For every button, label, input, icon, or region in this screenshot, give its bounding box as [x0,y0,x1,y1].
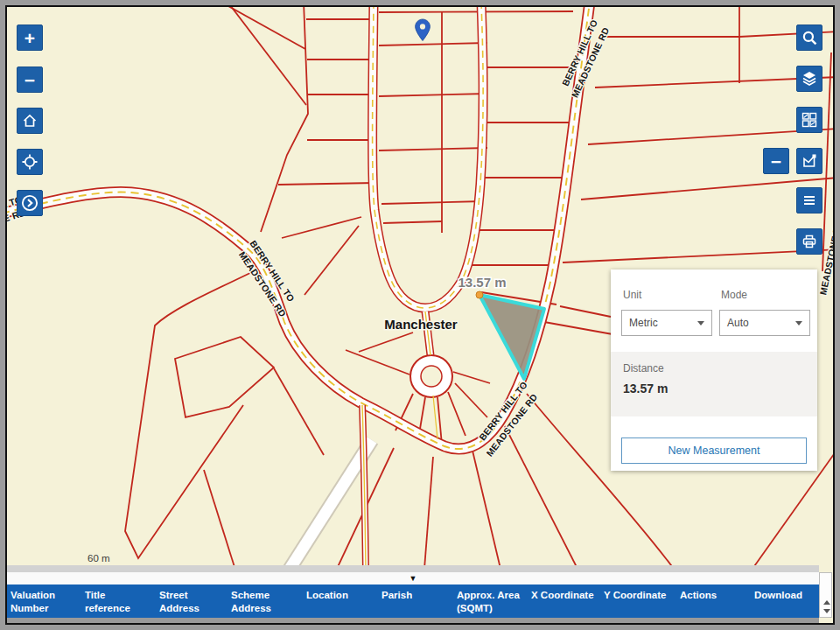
measurement-panel: Unit Mode Metric Auto Distance 13.57 m N… [611,270,817,471]
scroll-up-icon[interactable] [823,600,830,605]
zoom-out-button[interactable]: − [17,66,43,93]
chevron-down-icon [795,321,802,326]
column-header-parish: Parish [378,584,453,618]
bottom-frame-pad [7,618,819,623]
scale-bar-label: 60 m [88,553,110,564]
distance-result-section: Distance 13.57 m [611,352,817,416]
search-button[interactable] [796,24,822,51]
layers-icon [801,70,818,88]
column-header-valuation-number: Valuation Number [7,584,81,618]
measure-polygon-icon [801,152,818,170]
mode-select[interactable]: Auto [719,310,810,336]
app-window: BERRY HILL TO MEADSTONE RD BERRY HILL TO… [0,0,840,630]
search-icon [801,29,819,47]
table-collapse-strip: ▼ [7,572,819,584]
home-button[interactable] [17,108,43,134]
basemap-grid-icon [801,111,818,129]
column-header-street-address: Street Address [156,584,228,618]
scroll-down-icon[interactable] [823,609,830,613]
minus-icon: − [771,152,781,171]
column-header-download: Download [751,584,817,618]
minus-icon: − [24,71,35,89]
locate-icon [21,153,38,171]
mode-label: Mode [721,289,747,301]
column-header-title-reference: Title reference [81,584,156,618]
locate-button[interactable] [17,149,43,175]
collapse-measure-panel-button[interactable]: − [763,148,789,174]
print-button[interactable] [796,228,822,255]
distance-value: 13.57 m [623,382,668,396]
chevron-right-circle-icon [20,193,39,213]
place-label: Manchester [384,317,458,332]
distance-label: Distance [623,362,664,374]
layers-button[interactable] [796,66,822,92]
legend-menu-button[interactable] [796,187,822,214]
measure-vertex-dot [476,291,483,298]
basemap-gallery-button[interactable] [796,107,822,133]
chevron-down-icon [697,321,704,326]
zoom-in-button[interactable]: + [17,24,43,51]
plus-icon: + [24,29,35,47]
menu-icon [801,192,818,209]
app-content: BERRY HILL TO MEADSTONE RD BERRY HILL TO… [7,7,833,623]
new-measurement-button[interactable]: New Measurement [621,438,807,464]
measurement-tool-button[interactable] [796,148,822,174]
home-icon [21,112,38,130]
table-divider-band [7,565,819,572]
print-icon [801,233,818,250]
results-table-header: Valuation Number Title reference Street … [7,584,819,618]
branch-road [362,405,366,569]
unit-select-value: Metric [629,317,658,329]
column-header-scheme-address: Scheme Address [228,584,303,618]
table-scrollbar[interactable] [819,572,832,618]
measurement-map-label: 13.57 m [458,275,506,290]
column-header-approx-area: Approx. Area (SQMT) [453,584,528,618]
mode-select-value: Auto [727,317,749,329]
expand-toolbar-button[interactable] [17,190,43,216]
column-header-x-coordinate: X Coordinate [528,584,600,618]
column-header-y-coordinate: Y Coordinate [600,584,676,618]
column-header-actions: Actions [676,584,751,618]
collapse-table-button[interactable]: ▼ [410,575,417,583]
unit-label: Unit [623,289,641,301]
column-header-location: Location [303,584,378,618]
unit-select[interactable]: Metric [621,310,712,336]
